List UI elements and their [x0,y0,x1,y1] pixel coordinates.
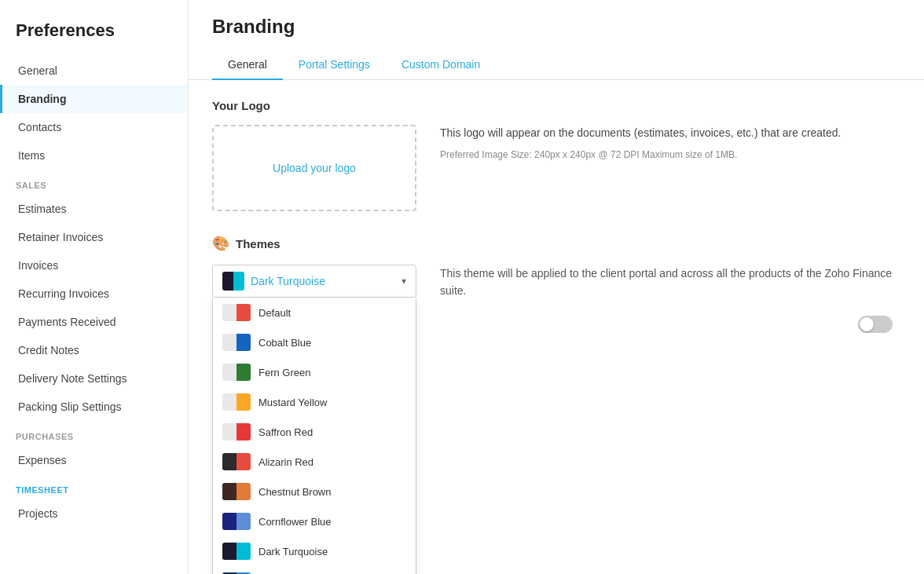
sidebar-item-packing-slip[interactable]: Packing Slip Settings [0,393,188,421]
main-content: Branding General Portal Settings Custom … [189,0,924,574]
dropdown-item-fern-green[interactable]: Fern Green [213,357,416,387]
color-swatch [222,483,251,500]
swatch-left [222,513,236,530]
dropdown-item-label: Cornflower Blue [258,516,332,528]
swatch-right [236,423,251,441]
logo-hint-text: Preferred Image Size: 240px x 240px @ 72… [440,148,900,162]
toggle-switch[interactable] [858,316,893,333]
swatch-right [236,543,251,560]
themes-title: Themes [236,237,280,250]
logo-area: Upload your logo This logo will appear o… [212,125,900,211]
sidebar-item-delivery-note[interactable]: Delivery Note Settings [0,364,188,393]
tabs: General Portal Settings Custom Domain [212,50,900,79]
logo-info-text: This logo will appear on the documents (… [440,125,900,141]
page-title: Branding [212,16,900,38]
logo-section-title: Your Logo [212,99,900,112]
dropdown-item-alizarin-red[interactable]: Alizarin Red [213,447,416,477]
dropdown-item-dodger-blue[interactable]: Dodger Blue [213,566,416,574]
logo-upload-box[interactable]: Upload your logo [212,125,416,211]
color-swatch [222,453,251,470]
tab-portal-settings[interactable]: Portal Settings [283,50,386,80]
color-swatch [222,513,251,530]
selected-color-swatch [222,272,244,291]
tab-custom-domain[interactable]: Custom Domain [386,50,496,80]
sidebar-item-estimates[interactable]: Estimates [0,195,188,223]
swatch-right [236,453,251,470]
sidebar-item-credit-notes[interactable]: Credit Notes [0,336,188,364]
swatch-left [222,304,236,321]
color-swatch [222,334,251,351]
sidebar-section-sales: SALES [0,170,188,195]
dropdown-item-cobalt-blue[interactable]: Cobalt Blue [213,327,416,357]
dropdown-list[interactable]: DefaultCobalt BlueFern GreenMustard Yell… [212,298,416,574]
themes-header: 🎨 Themes [212,235,900,252]
dropdown-item-mustard-yellow[interactable]: Mustard Yellow [213,387,416,417]
dropdown-item-label: Chestnut Brown [258,486,332,498]
dropdown-selected[interactable]: Dark Turquoise ▾ [212,265,416,298]
dropdown-item-label: Fern Green [258,367,310,378]
dropdown-item-dark-turquoise[interactable]: Dark Turquoise [213,536,416,566]
swatch-left [222,423,236,441]
swatch-left [222,393,236,411]
dropdown-item-label: Dark Turquoise [258,546,328,558]
sidebar-title: Preferences [0,8,188,57]
dropdown-item-cornflower-blue[interactable]: Cornflower Blue [213,506,416,536]
color-swatch [222,364,251,381]
logo-info: This logo will appear on the documents (… [440,125,900,211]
sidebar-item-projects[interactable]: Projects [0,499,188,528]
swatch-right [236,334,251,351]
toggle-knob [860,317,874,331]
swatch-right [236,513,251,530]
dropdown-item-default[interactable]: Default [213,298,416,327]
page-header: Branding General Portal Settings Custom … [189,0,924,80]
swatch-right [236,483,251,500]
swatch-right [236,364,251,381]
dropdown-item-label: Cobalt Blue [258,337,311,349]
color-swatch [222,543,251,560]
color-swatch [222,304,251,321]
selected-theme-label: Dark Turquoise [251,275,395,287]
page-body: Your Logo Upload your logo This logo wil… [189,80,924,574]
tab-general[interactable]: General [212,50,283,80]
sidebar-item-invoices[interactable]: Invoices [0,251,188,280]
themes-dropdown[interactable]: Dark Turquoise ▾ DefaultCobalt BlueFern … [212,265,416,298]
sidebar-item-items[interactable]: Items [0,141,188,170]
swatch-left [222,453,236,470]
themes-description-text: This theme will be applied to the client… [440,265,900,300]
swatch-right [236,304,251,321]
dropdown-arrow-icon: ▾ [402,276,406,287]
sidebar-section-timesheet: TIMESHEET [0,474,188,499]
sidebar-item-recurring-invoices[interactable]: Recurring Invoices [0,280,188,308]
dropdown-item-label: Alizarin Red [258,456,314,468]
swatch-left [222,483,236,500]
color-swatch [222,393,251,411]
dropdown-item-label: Default [258,307,291,319]
sidebar-item-general[interactable]: General [0,57,188,85]
sidebar-section-purchases: PURCHASES [0,421,188,446]
swatch-left [222,364,236,381]
themes-description: This theme will be applied to the client… [440,265,900,300]
themes-area: Dark Turquoise ▾ DefaultCobalt BlueFern … [212,265,900,300]
sidebar-item-expenses[interactable]: Expenses [0,446,188,474]
sidebar-item-retainer-invoices[interactable]: Retainer Invoices [0,223,188,251]
sidebar: Preferences General Branding Contacts It… [0,0,189,574]
color-swatch [222,423,251,441]
sidebar-item-payments-received[interactable]: Payments Received [0,308,188,336]
swatch-left [222,334,236,351]
swatch-right [236,393,251,411]
swatch-left [222,543,236,560]
sidebar-item-branding[interactable]: Branding [0,85,188,113]
dropdown-item-saffron-red[interactable]: Saffron Red [213,417,416,447]
dropdown-item-chestnut-brown[interactable]: Chestnut Brown [213,477,416,506]
themes-emoji: 🎨 [212,235,229,252]
dropdown-item-label: Saffron Red [258,426,313,438]
sidebar-item-contacts[interactable]: Contacts [0,113,188,141]
logo-upload-link[interactable]: Upload your logo [273,162,356,174]
dropdown-item-label: Mustard Yellow [258,397,327,408]
